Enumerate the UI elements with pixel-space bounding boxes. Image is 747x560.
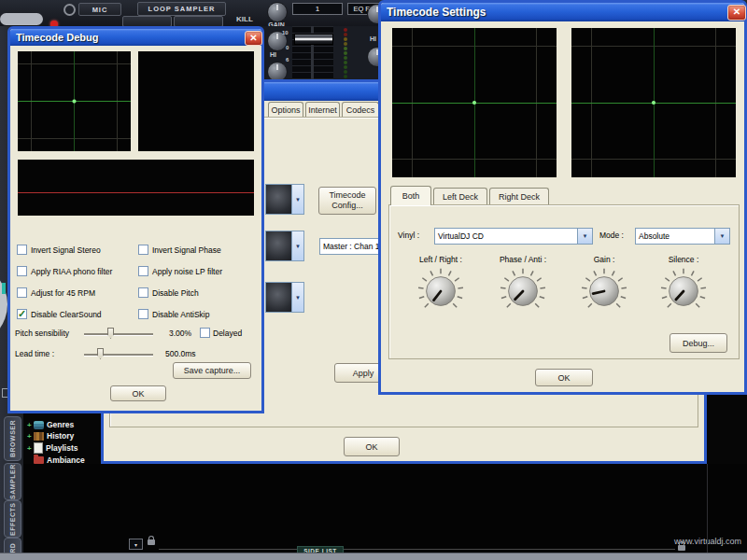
debug-ok-button[interactable]: OK bbox=[110, 385, 166, 401]
waveform-panel bbox=[18, 160, 254, 216]
headphone-thumbnail bbox=[266, 231, 291, 260]
settings-ok-button[interactable]: OK bbox=[535, 369, 593, 386]
debug-button[interactable]: Debug... bbox=[669, 333, 727, 353]
phase-anti-knob[interactable] bbox=[497, 265, 549, 317]
tab-codecs[interactable]: Codecs bbox=[342, 102, 379, 118]
tab-effects[interactable]: EFFECTS bbox=[4, 500, 21, 538]
phase-anti-knob-label: Phase / Anti : bbox=[481, 255, 565, 264]
headphone-dropdown[interactable]: ▼ bbox=[265, 231, 304, 261]
settings-title-bar: Timecode Settings bbox=[381, 3, 744, 21]
checkbox-invert-stereo[interactable] bbox=[17, 245, 27, 255]
gain-knob-label: Gain : bbox=[562, 255, 646, 264]
kill-label: KILL bbox=[236, 15, 253, 23]
pitch-slider-thumb[interactable] bbox=[107, 328, 114, 339]
scope-left bbox=[18, 51, 131, 151]
left-right-knob-label: Left / Right : bbox=[399, 255, 483, 264]
config-ok-button[interactable]: OK bbox=[344, 437, 400, 456]
scope-right bbox=[138, 51, 254, 151]
dropdown-arrow-icon[interactable]: ▼ bbox=[291, 185, 303, 214]
tab-both[interactable]: Both bbox=[390, 186, 431, 205]
channel-fader-handle[interactable] bbox=[294, 34, 333, 45]
channel-fader-track[interactable] bbox=[292, 26, 333, 79]
bottom-strip bbox=[0, 553, 747, 560]
tab-browser[interactable]: BROWSER bbox=[4, 416, 21, 461]
loop-sampler-panel: LOOP SAMPLER bbox=[137, 2, 226, 16]
checkbox-noise-lp-filter[interactable] bbox=[138, 266, 148, 276]
silence-knob[interactable] bbox=[657, 265, 710, 317]
side-list-panel: ▾ SIDE LIST www.virtualdj.com bbox=[23, 464, 747, 553]
pitch-value: 3.00% bbox=[169, 329, 191, 338]
expand-icon[interactable]: + bbox=[27, 432, 34, 441]
lead-slider-thumb[interactable] bbox=[97, 348, 104, 359]
expand-icon[interactable]: + bbox=[27, 421, 34, 429]
lead-time-label: Lead time : bbox=[15, 349, 54, 358]
lock-icon[interactable] bbox=[148, 539, 155, 545]
dialog-title: Timecode Debug bbox=[16, 32, 98, 43]
hi-knob-label: HI bbox=[270, 51, 276, 58]
jog-wheel-edge bbox=[0, 267, 7, 342]
checkbox-45-rpm[interactable] bbox=[17, 287, 27, 298]
sound-card-thumbnail bbox=[266, 185, 291, 214]
vinyl-dropdown[interactable]: VirtualDJ CD ▼ bbox=[434, 228, 593, 245]
dropdown-arrow-icon[interactable]: ▼ bbox=[577, 229, 592, 244]
deck-blob bbox=[0, 13, 43, 25]
pitch-sensitivity-label: Pitch sensibility bbox=[15, 329, 69, 338]
gain-adjust-knob[interactable] bbox=[578, 265, 630, 317]
channel-display: 1 bbox=[292, 3, 343, 15]
checkbox-disable-pitch[interactable] bbox=[138, 287, 148, 298]
dropdown-arrow-icon[interactable]: ▼ bbox=[291, 283, 303, 312]
gain-knob[interactable] bbox=[267, 2, 288, 22]
tab-sampler[interactable]: SAMPLER bbox=[4, 463, 21, 500]
lead-time-value: 500.0ms bbox=[165, 349, 196, 358]
deck-background-patch bbox=[707, 395, 747, 464]
lead-time-slider[interactable] bbox=[84, 354, 153, 357]
close-button[interactable] bbox=[245, 31, 262, 46]
keyboard-dropdown[interactable]: ▼ bbox=[265, 282, 304, 313]
dropdown-arrow-icon[interactable]: ▼ bbox=[291, 231, 303, 260]
divider bbox=[707, 464, 708, 553]
dialog-title: Timecode Settings bbox=[387, 6, 486, 19]
checkbox-disable-clearsound[interactable] bbox=[17, 309, 27, 319]
timecode-config-button[interactable]: Timecode Config... bbox=[318, 187, 376, 215]
mic-button[interactable]: MIC bbox=[78, 3, 121, 16]
tree-item-genres[interactable]: +Genres bbox=[23, 419, 101, 430]
left-right-knob[interactable] bbox=[415, 265, 467, 317]
tree-item-playlists[interactable]: +Playlists bbox=[23, 442, 101, 454]
tab-record[interactable]: RECORD bbox=[4, 538, 21, 553]
mixer-section: HI 10 0 6 HI bbox=[261, 26, 383, 79]
debug-title-bar: Timecode Debug bbox=[10, 29, 261, 46]
vu-meter bbox=[344, 28, 347, 78]
timecode-debug-dialog: Timecode Debug Invert Signal Stereo Inve… bbox=[7, 26, 264, 413]
tab-left-deck[interactable]: Left Deck bbox=[433, 188, 487, 205]
history-icon bbox=[34, 432, 44, 441]
save-capture-button[interactable]: Save capture... bbox=[173, 362, 251, 379]
virtualdj-app: MIC LOOP SAMPLER KILL GAIN 1 EQ FA HI 10… bbox=[0, 0, 747, 560]
scope-right-deck bbox=[571, 28, 736, 177]
playlists-icon bbox=[34, 442, 43, 454]
checkbox-invert-phase[interactable] bbox=[138, 245, 148, 255]
dropdown-arrow-icon[interactable]: ▼ bbox=[714, 229, 729, 244]
checkbox-disable-antiskip[interactable] bbox=[138, 309, 148, 319]
folder-icon bbox=[34, 456, 44, 464]
tab-options[interactable]: Options bbox=[268, 102, 303, 118]
tree-item-history[interactable]: +History bbox=[23, 430, 101, 441]
signal-line bbox=[18, 192, 254, 193]
timecode-settings-dialog: Timecode Settings Both Left Deck Right D… bbox=[378, 0, 747, 395]
close-button[interactable] bbox=[727, 5, 746, 21]
checkbox-delayed[interactable] bbox=[200, 328, 210, 338]
mode-label: Mode : bbox=[599, 231, 624, 240]
pitch-sensitivity-slider[interactable] bbox=[84, 333, 153, 336]
fader-scale-6: 6 bbox=[286, 57, 289, 63]
tab-internet[interactable]: Internet bbox=[305, 102, 340, 118]
hi-knob-right-label: HI bbox=[370, 35, 376, 42]
vinyl-label: Vinyl : bbox=[398, 231, 419, 240]
scope-left-deck bbox=[392, 28, 557, 177]
tab-right-deck[interactable]: Right Deck bbox=[489, 188, 549, 205]
keyboard-thumbnail bbox=[266, 283, 291, 312]
sound-card-dropdown[interactable]: ▼ bbox=[265, 184, 304, 215]
cue-marker bbox=[2, 283, 6, 294]
checkbox-riaa-filter[interactable] bbox=[17, 266, 27, 276]
mode-dropdown[interactable]: Absolute ▼ bbox=[635, 228, 730, 245]
side-list-dropdown[interactable]: ▾ bbox=[129, 539, 143, 550]
expand-icon[interactable]: + bbox=[27, 444, 34, 453]
